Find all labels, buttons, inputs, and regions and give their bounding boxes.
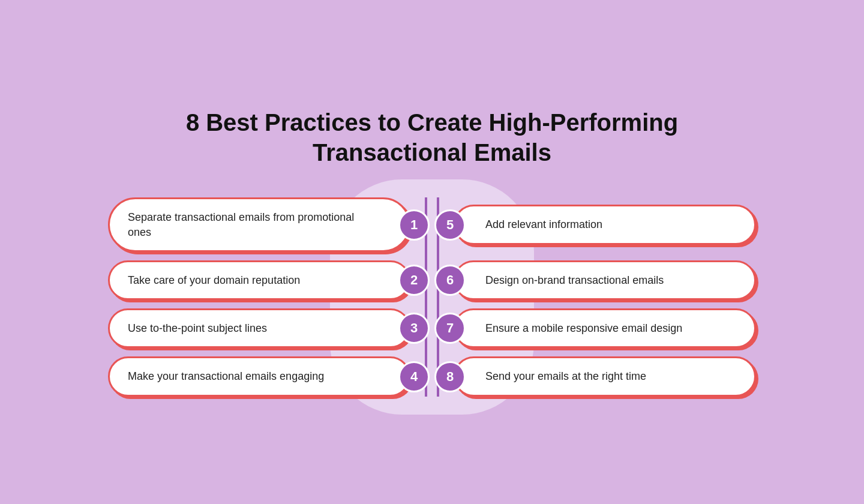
pill-left-4: Make your transactional emails engaging: [108, 356, 410, 396]
pill-left-3: Use to-the-point subject lines: [108, 308, 410, 348]
num-circle-left-4: 4: [398, 361, 430, 392]
pill-right-text-3: Ensure a mobile responsive email design: [485, 321, 682, 335]
num-circle-right-2: 6: [434, 265, 466, 296]
pill-right-2: Design on-brand transactional emails: [454, 260, 756, 300]
pill-right-1: Add relevant information: [454, 205, 756, 244]
num-circle-right-1: 5: [434, 209, 466, 241]
pill-left-text-4: Make your transactional emails engaging: [128, 369, 324, 383]
row-2: Take care of your domain reputation 2 6 …: [108, 260, 756, 300]
pill-left-1: Separate transactional emails from promo…: [108, 197, 410, 252]
pill-right-text-2: Design on-brand transactional emails: [485, 273, 664, 287]
pill-right-text-1: Add relevant information: [485, 217, 602, 232]
pill-right-4: Send your emails at the right time: [454, 356, 756, 396]
num-circle-left-1: 1: [398, 209, 430, 241]
main-container: 8 Best Practices to Create High-Performi…: [72, 83, 792, 420]
pill-left-text-1: Separate transactional emails from promo…: [128, 210, 379, 239]
row-3: Use to-the-point subject lines 3 7 Ensur…: [108, 308, 756, 348]
num-circle-left-3: 3: [398, 313, 430, 344]
row-4: Make your transactional emails engaging …: [108, 356, 756, 396]
num-circle-right-4: 8: [434, 361, 466, 392]
pill-left-text-2: Take care of your domain reputation: [128, 273, 300, 287]
pill-right-3: Ensure a mobile responsive email design: [454, 308, 756, 348]
pill-right-text-4: Send your emails at the right time: [485, 369, 646, 383]
num-circle-left-2: 2: [398, 265, 430, 296]
row-1: Separate transactional emails from promo…: [108, 197, 756, 252]
diagram: Separate transactional emails from promo…: [108, 197, 756, 396]
page-title: 8 Best Practices to Create High-Performi…: [108, 107, 756, 167]
pill-left-text-3: Use to-the-point subject lines: [128, 321, 267, 335]
pill-left-2: Take care of your domain reputation: [108, 260, 410, 300]
num-circle-right-3: 7: [434, 313, 466, 344]
